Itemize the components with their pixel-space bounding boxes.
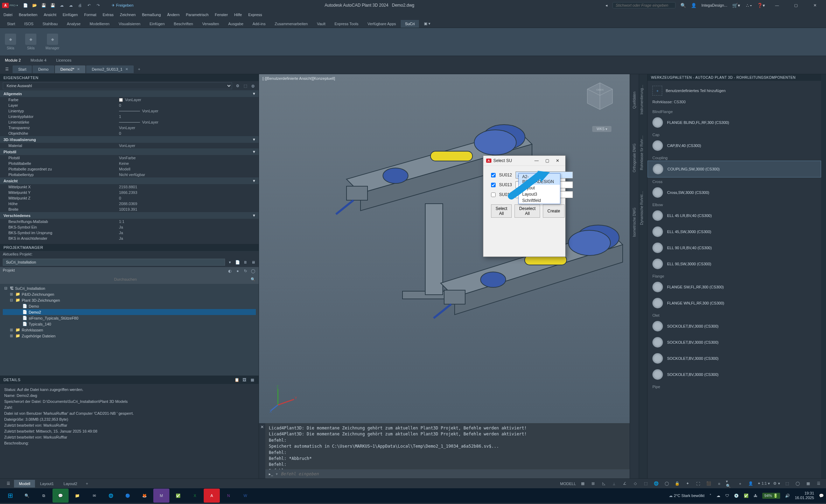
tb-weather[interactable]: ☁ 2°C Stark bewölkt — [669, 493, 705, 498]
tb-word-icon[interactable]: W — [237, 489, 253, 503]
tb-tray-up-icon[interactable]: ˄ — [709, 493, 712, 498]
dropdown-item[interactable]: Schriftfeld — [519, 197, 560, 204]
status-ico13[interactable]: ⬛ — [705, 480, 713, 488]
tb-taskview-icon[interactable]: ⧉ — [36, 489, 52, 503]
prop-section-header[interactable]: Verschiedenes▾ — [0, 212, 259, 219]
menu-format[interactable]: Format — [84, 13, 96, 17]
file-tab[interactable]: Demo2_SU013_1✕ — [86, 65, 133, 73]
palette-item[interactable]: COUPLING,SW,3000 (CS300) — [648, 161, 821, 177]
add-layout-button[interactable]: ＋ — [83, 481, 91, 486]
ribbon-tab-add-ins[interactable]: Add-ins — [248, 20, 270, 28]
tree-row[interactable]: ⊞📁Rohrklassen — [3, 327, 256, 333]
su-checkbox[interactable] — [491, 173, 496, 177]
ribbon-tab-einfügen[interactable]: Einfügen — [145, 20, 169, 28]
status-grid-icon[interactable]: ▦ — [579, 480, 587, 488]
collapse-icon[interactable]: ▾ — [253, 213, 255, 218]
status-ico9[interactable]: ◯ — [663, 480, 671, 488]
prop-row[interactable]: Breite10019.391 — [0, 206, 259, 212]
menu-express[interactable]: Express — [248, 13, 262, 17]
prop-row[interactable]: BKS-Symbol EinJa — [0, 224, 259, 230]
dialog-minimize-button[interactable]: — — [532, 157, 541, 164]
maximize-button[interactable]: ▢ — [789, 1, 803, 9]
palette-scrollbar[interactable] — [821, 74, 826, 478]
dialog-close-button[interactable]: ✕ — [553, 157, 562, 164]
tb-ico-net[interactable]: 🖧 — [754, 493, 757, 498]
dropdown-item[interactable]: Layout3 — [519, 191, 560, 197]
start-button[interactable]: ⊞ — [2, 489, 18, 503]
status-ico20[interactable]: ▦ — [804, 480, 812, 488]
collapse-icon[interactable]: ▾ — [253, 137, 255, 142]
ribbon-tab-vault[interactable]: Vault — [313, 20, 329, 28]
user-label[interactable]: IntegaDesign... — [701, 3, 727, 7]
add-tab-button[interactable]: ＋ — [135, 66, 144, 72]
palette-item[interactable]: SOCKOLET,BV,3000 (CS300) — [648, 334, 821, 350]
palette-item[interactable]: ELL 90,SW,3000 (CS300) — [648, 256, 821, 272]
prop-section-header[interactable]: Allgemein▾ — [0, 90, 259, 97]
cloud-save-icon[interactable]: ☁ — [68, 2, 74, 8]
ribbon-tab-visualisieren[interactable]: Visualisieren — [114, 20, 145, 28]
collapse-icon[interactable]: ▾ — [253, 149, 255, 154]
redo-icon[interactable]: ↷ — [96, 2, 101, 8]
prop-row[interactable]: TransparenzVonLayer — [0, 125, 259, 131]
ribbon-tab-analyse[interactable]: Analyse — [63, 20, 85, 28]
pm-search-icon[interactable]: 🔍 — [250, 276, 256, 282]
menu-ansicht[interactable]: Ansicht — [44, 13, 56, 17]
prev-icon[interactable]: ◂ — [606, 3, 608, 8]
status-ico14[interactable]: ≡ — [715, 480, 723, 488]
menu-extras[interactable]: Extras — [103, 13, 113, 17]
palette-vtab[interactable]: Instrumentierung… — [639, 74, 647, 125]
select-all-button[interactable]: Select All — [491, 204, 512, 218]
pm-tool3-icon[interactable]: 🖥 — [250, 259, 256, 265]
command-close-button[interactable]: ✕ — [259, 423, 265, 478]
current-project-input[interactable] — [3, 259, 225, 266]
palette-item[interactable]: ELL 90 LR,BV,40 (CS300) — [648, 240, 821, 256]
palette-item[interactable]: Cross,SW,3000 (CS300) — [648, 184, 821, 201]
palette-item[interactable]: FLANGE SW,FL,RF,300 (CS300) — [648, 279, 821, 295]
tb-battery[interactable]: 94% 🔋 — [762, 493, 780, 499]
palette-item[interactable]: FLANGE WN,FL,RF,300 (CS300) — [648, 295, 821, 311]
ribbon-tab-verwalten[interactable]: Verwalten — [198, 20, 223, 28]
pm-ico2[interactable]: ● — [235, 268, 240, 274]
user-icon[interactable]: 👤 — [691, 3, 696, 8]
tree-row[interactable]: 📄siFramo_Typicals_StützeF80 — [3, 315, 256, 321]
app-switcher-icon[interactable]: ⛬▾ — [745, 3, 752, 8]
saveas-icon[interactable]: 💾 — [50, 2, 56, 8]
project-search-input[interactable] — [3, 276, 248, 282]
layout-dropdown[interactable]: A2-INTEGADESIGNLayoutLayout3Schriftfeld — [518, 173, 560, 204]
select-similar-icon[interactable]: ⬚ — [243, 83, 248, 89]
file-tab[interactable]: Start — [13, 65, 32, 73]
pm-tool2-icon[interactable]: 🗎 — [243, 259, 248, 265]
tree-row[interactable]: ⊟📁Plant 3D-Zeichnungen — [3, 297, 256, 303]
menu-ändern[interactable]: Ändern — [167, 13, 180, 17]
details-ico2[interactable]: 🖼 — [242, 377, 247, 383]
status-zoom[interactable]: ▾ 🔍 — [726, 480, 734, 488]
palette-add-custom[interactable]: ＋ Benutzerdefiniertes Teil hinzufügen — [648, 83, 821, 98]
tree-row[interactable]: ⊞📁Zugehörige Dateien — [3, 333, 256, 339]
prop-row[interactable]: LinientypVonLayer — [0, 108, 259, 114]
layout-tab[interactable]: Layout1 — [35, 480, 58, 488]
ribbon-btn-2[interactable]: ◆Manager — [44, 32, 61, 51]
tb-ico-disc[interactable]: 💿 — [734, 493, 739, 498]
ribbon-tab-stahlbau[interactable]: Stahlbau — [38, 20, 62, 28]
palette-vtab[interactable]: Rohrklasse für Rohr… — [639, 125, 647, 181]
status-snap-icon[interactable]: ⊞ — [589, 480, 597, 488]
status-anno[interactable]: 👤 — [747, 480, 755, 488]
file-tab[interactable]: Demo — [33, 65, 54, 73]
palette-item[interactable]: FLANGE BLIND,FL,RF,300 (CS300) — [648, 114, 821, 131]
status-ico18[interactable]: ⬚ — [783, 480, 791, 488]
pm-ico4[interactable]: ◯ — [250, 268, 256, 274]
file-menu-icon[interactable]: ☰ — [2, 65, 12, 74]
tb-app8-icon[interactable]: ✅ — [170, 489, 186, 503]
expand-icon[interactable]: ⊟ — [10, 298, 14, 302]
undo-icon[interactable]: ↶ — [86, 2, 92, 8]
close-icon[interactable]: ✕ — [125, 67, 128, 71]
sidetab-quelldaten[interactable]: Quelldaten — [632, 85, 637, 115]
prop-row[interactable]: MaterialVonLayer — [0, 143, 259, 148]
sidetab-isometrische[interactable]: Isometrische DWG — [632, 201, 637, 244]
status-scale[interactable]: ✦ 1:1 ▾ — [757, 480, 770, 488]
tb-ico-cloud[interactable]: ☁ — [716, 493, 720, 498]
save-icon[interactable]: 💾 — [41, 2, 47, 8]
pm-ico1[interactable]: ◐ — [227, 268, 233, 274]
collapse-icon[interactable]: ▾ — [253, 91, 255, 96]
help-icon[interactable]: ❓▾ — [757, 3, 765, 8]
